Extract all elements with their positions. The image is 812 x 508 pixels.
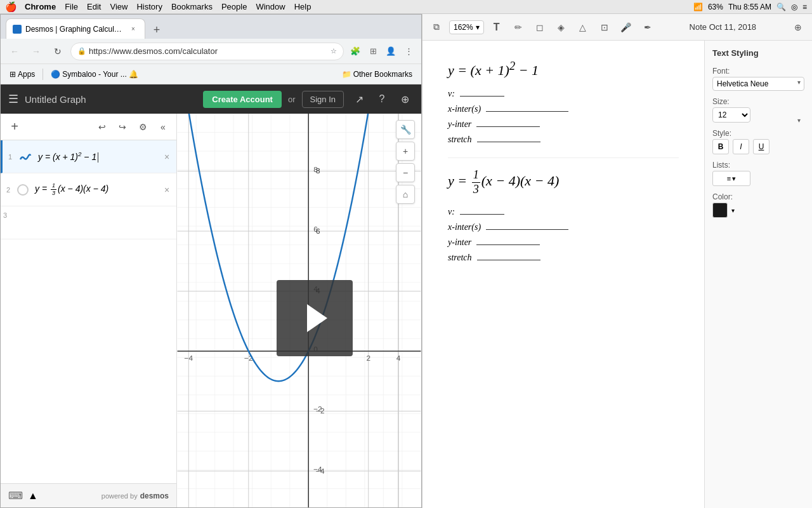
keyboard-icon[interactable]: ⌨	[8, 490, 23, 502]
zoom-selector[interactable]: 162% ▾	[449, 20, 484, 34]
bookmark-symbaloo[interactable]: 🔵 Symbaloo - Your ... 🔔	[47, 69, 141, 80]
eraser-tool-button[interactable]: ◻	[531, 18, 549, 36]
home-view-button[interactable]: ⌂	[396, 185, 415, 204]
color-swatch[interactable]	[712, 203, 728, 218]
v-line-2[interactable]	[460, 214, 504, 215]
expr-color-1[interactable]	[19, 150, 32, 163]
insert-tool-button[interactable]: ⊕	[789, 18, 807, 36]
stretch-label-1: stretch	[448, 135, 472, 145]
new-tab-button[interactable]: +	[148, 21, 166, 39]
url-bar[interactable]: 🔒 https://www.desmos.com/calculator ☆	[70, 43, 344, 60]
color-dropdown-icon[interactable]: ▾	[731, 207, 735, 214]
menu-chrome[interactable]: Chrome	[25, 2, 56, 11]
expr-formula-1[interactable]: y = (x + 1)2 − 1	[36, 145, 160, 168]
italic-button[interactable]: I	[733, 139, 749, 154]
desmos-footer: ⌨ ▲ powered by desmos	[1, 483, 176, 507]
collapse-icon[interactable]: «	[155, 119, 171, 135]
svg-text:−4: −4	[185, 354, 193, 363]
active-tab[interactable]: Desmos | Graphing Calculator ×	[6, 18, 145, 39]
redo-button[interactable]: ↪	[114, 119, 131, 135]
v-line-1[interactable]	[460, 96, 504, 97]
video-overlay[interactable]	[277, 280, 353, 356]
mic-tool-button[interactable]: 🎤	[617, 18, 635, 36]
xinter-line-2[interactable]	[486, 229, 568, 230]
control-center-icon[interactable]: ≡	[802, 3, 807, 11]
menu-people[interactable]: People	[221, 2, 247, 11]
list-style-button[interactable]: ≡ ▾	[712, 171, 750, 186]
profile-icon[interactable]: 👤	[383, 44, 398, 59]
chrome-window: Desmos | Graphing Calculator × + ← → ↻ 🔒…	[0, 14, 422, 508]
menu-history[interactable]: History	[136, 2, 162, 11]
underline-button[interactable]: U	[753, 139, 769, 154]
highlighter-tool-button[interactable]: ◈	[553, 18, 570, 36]
menu-file[interactable]: File	[65, 2, 78, 11]
menu-help[interactable]: Help	[294, 2, 311, 11]
expand-tool-button[interactable]: ⊡	[596, 18, 613, 36]
expr-close-1[interactable]: ×	[160, 150, 174, 164]
tab-bar: Desmos | Graphing Calculator × +	[1, 15, 421, 39]
back-button[interactable]: ←	[6, 43, 23, 60]
pen-tool-button[interactable]: ✒	[639, 18, 657, 36]
add-expression-button[interactable]: +	[6, 118, 23, 136]
create-account-button[interactable]: Create Account	[203, 91, 282, 108]
undo-button[interactable]: ↩	[94, 119, 110, 135]
apple-icon[interactable]: 🍎	[5, 1, 17, 13]
siri-icon[interactable]: ◎	[791, 3, 797, 11]
hamburger-menu[interactable]: ☰	[8, 92, 18, 106]
gear-icon[interactable]: ⚙	[134, 119, 151, 135]
bookmark-apps[interactable]: ⊞ Apps	[6, 69, 39, 80]
text-tool-button[interactable]: T	[488, 18, 506, 36]
settings-icon[interactable]: ⊕	[396, 90, 414, 108]
sign-in-button[interactable]: Sign In	[302, 91, 344, 108]
zoom-in-button[interactable]: +	[396, 142, 415, 161]
svg-text:−2: −2	[313, 404, 322, 413]
note-field-xinter1: x-inter(s)	[448, 104, 679, 114]
wrench-tool-button[interactable]: 🔧	[396, 120, 415, 139]
expr-formula-2[interactable]: y = 13(x − 4)(x − 4)	[32, 177, 160, 202]
xinter-line-1[interactable]	[486, 111, 568, 112]
font-select[interactable]: Helvetica Neue	[712, 77, 804, 91]
chevron-up-icon[interactable]: ▲	[28, 490, 38, 502]
formula-block-1: y = (x + 1)2 − 1 v: x-inter(s) y-inter s…	[448, 60, 679, 145]
bookmark-other[interactable]: 📁 Other Bookmarks	[338, 69, 416, 80]
apps-icon: ⊞	[10, 70, 16, 79]
pencil-tool-button[interactable]: ✏	[509, 18, 527, 36]
stretch-line-1[interactable]	[477, 142, 540, 142]
tab-close-button[interactable]: ×	[128, 24, 138, 34]
expression-item-2[interactable]: 2 y = 13(x − 4)(x − 4) ×	[1, 173, 176, 206]
bold-button[interactable]: B	[712, 139, 729, 154]
copy-tool-button[interactable]: ⧉	[428, 18, 445, 36]
expr-color-2[interactable]	[17, 184, 29, 196]
expr-close-2[interactable]: ×	[160, 183, 174, 197]
stretch-line-2[interactable]	[477, 260, 540, 260]
refresh-button[interactable]: ↻	[49, 43, 67, 60]
note-formula-1: y = (x + 1)2 − 1	[448, 60, 679, 79]
symbaloo-icon[interactable]: ⊞	[365, 44, 381, 59]
list-dropdown-icon: ▾	[732, 175, 736, 183]
menu-view[interactable]: View	[110, 2, 128, 11]
size-select[interactable]: 12	[712, 107, 750, 123]
extensions-icon[interactable]: 🧩	[348, 44, 363, 59]
forward-button[interactable]: →	[27, 43, 45, 60]
shapes-tool-button[interactable]: △	[574, 18, 592, 36]
menu-bookmarks[interactable]: Bookmarks	[171, 2, 213, 11]
tab-favicon	[13, 25, 22, 34]
star-icon[interactable]: ☆	[331, 47, 337, 55]
menu-window[interactable]: Window	[256, 2, 285, 11]
search-icon[interactable]: 🔍	[776, 3, 786, 11]
help-icon[interactable]: ?	[373, 90, 391, 108]
chrome-menu-icon[interactable]: ⋮	[401, 44, 416, 59]
menu-edit[interactable]: Edit	[87, 2, 101, 11]
yinter-label-2: y-inter	[448, 237, 471, 248]
yinter-line-2[interactable]	[476, 244, 540, 245]
expression-item-3[interactable]: 3	[1, 206, 176, 239]
play-button[interactable]	[307, 304, 327, 332]
zoom-out-button[interactable]: −	[396, 163, 415, 182]
note-panel: ⧉ 162% ▾ T ✏ ◻ ◈ △ ⊡ 🎤 ✒ Note Oct 11, 20…	[422, 14, 812, 508]
graph-title[interactable]: Untitled Graph	[25, 94, 197, 105]
expr-number-1: 1	[3, 153, 15, 161]
expression-item-1[interactable]: 1 y = (x + 1)2 − 1 ×	[1, 140, 176, 173]
share-icon[interactable]: ↗	[350, 90, 368, 108]
yinter-line-1[interactable]	[476, 126, 540, 127]
size-label: Size:	[712, 97, 804, 106]
